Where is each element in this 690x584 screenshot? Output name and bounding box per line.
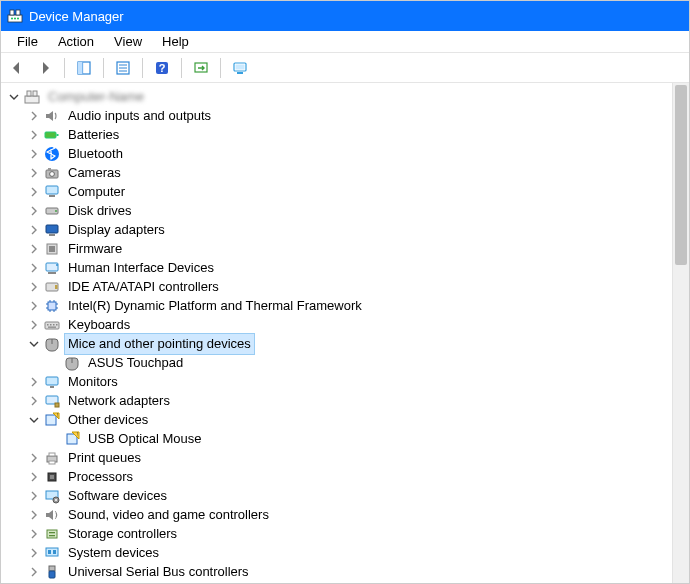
svg-rect-41: [48, 302, 56, 310]
display-icon: [43, 222, 61, 238]
tree-child[interactable]: ASUS Touchpad: [7, 353, 689, 372]
expand-icon[interactable]: [27, 565, 41, 579]
expand-icon[interactable]: [27, 527, 41, 541]
vertical-scrollbar[interactable]: [672, 83, 689, 583]
forward-button[interactable]: [33, 56, 57, 80]
tree-node[interactable]: System devices: [7, 543, 689, 562]
node-label: Intel(R) Dynamic Platform and Thermal Fr…: [65, 296, 365, 316]
expand-icon[interactable]: [27, 128, 41, 142]
menu-help[interactable]: Help: [152, 32, 199, 51]
toolbar: ?: [1, 53, 689, 83]
node-label: IDE ATA/ATAPI controllers: [65, 277, 222, 297]
menu-view[interactable]: View: [104, 32, 152, 51]
expand-icon[interactable]: [27, 470, 41, 484]
tree-node[interactable]: !Other devices: [7, 410, 689, 429]
node-label: Firmware: [65, 239, 125, 259]
tree-node[interactable]: Keyboards: [7, 315, 689, 334]
ide-icon: [43, 279, 61, 295]
tree-node[interactable]: IDE ATA/ATAPI controllers: [7, 277, 689, 296]
node-label: Storage controllers: [65, 524, 180, 544]
tree-root[interactable]: Computer-Name: [7, 87, 689, 106]
expand-icon[interactable]: [27, 394, 41, 408]
node-label: Disk drives: [65, 201, 135, 221]
tree-node[interactable]: Storage controllers: [7, 524, 689, 543]
expand-icon[interactable]: [27, 489, 41, 503]
svg-point-26: [50, 171, 55, 176]
tree-node[interactable]: Computer: [7, 182, 689, 201]
toolbar-separator: [220, 58, 221, 78]
collapse-icon[interactable]: [7, 90, 21, 104]
toolbar-separator: [181, 58, 182, 78]
svg-rect-58: [46, 377, 58, 385]
tree-node[interactable]: Monitors: [7, 372, 689, 391]
tree-child[interactable]: !USB Optical Mouse: [7, 429, 689, 448]
expand-icon[interactable]: [27, 166, 41, 180]
node-label: Processors: [65, 467, 136, 487]
tree-pane[interactable]: Computer-NameAudio inputs and outputsBat…: [1, 83, 689, 583]
tree-node[interactable]: Firmware: [7, 239, 689, 258]
tree-node[interactable]: Audio inputs and outputs: [7, 106, 689, 125]
expand-icon[interactable]: [27, 261, 41, 275]
expand-icon[interactable]: [27, 318, 41, 332]
svg-rect-52: [50, 324, 52, 326]
mouse-icon: [63, 355, 81, 371]
collapse-icon[interactable]: [27, 413, 41, 427]
tree-node[interactable]: Cameras: [7, 163, 689, 182]
scrollbar-thumb[interactable]: [675, 85, 687, 265]
add-device-button[interactable]: [228, 56, 252, 80]
app-icon: [7, 8, 23, 24]
scan-button[interactable]: [189, 56, 213, 80]
svg-rect-23: [57, 134, 59, 136]
menubar: File Action View Help: [1, 31, 689, 53]
expand-icon[interactable]: [27, 375, 41, 389]
tree-node[interactable]: Print queues: [7, 448, 689, 467]
svg-rect-76: [49, 535, 55, 536]
svg-text:!: !: [57, 412, 58, 418]
expand-icon[interactable]: [27, 223, 41, 237]
tree-node[interactable]: Sound, video and game controllers: [7, 505, 689, 524]
node-label: Computer: [65, 182, 128, 202]
expand-icon[interactable]: [27, 204, 41, 218]
node-label: Sound, video and game controllers: [65, 505, 272, 525]
properties-button[interactable]: [111, 56, 135, 80]
tree-node[interactable]: Display adapters: [7, 220, 689, 239]
expand-icon[interactable]: [27, 299, 41, 313]
node-label: Network adapters: [65, 391, 173, 411]
expand-icon[interactable]: [27, 185, 41, 199]
tree-node[interactable]: Bluetooth: [7, 144, 689, 163]
expand-icon[interactable]: [27, 109, 41, 123]
svg-point-38: [56, 264, 58, 266]
expand-icon[interactable]: [27, 451, 41, 465]
svg-rect-20: [27, 91, 31, 96]
expand-icon[interactable]: [27, 242, 41, 256]
expand-icon[interactable]: [27, 280, 41, 294]
tree-node[interactable]: Software devices: [7, 486, 689, 505]
menu-action[interactable]: Action: [48, 32, 104, 51]
expand-icon[interactable]: [27, 147, 41, 161]
root-icon: [23, 89, 41, 105]
cpu-icon: [43, 469, 61, 485]
tree-node[interactable]: Network adapters: [7, 391, 689, 410]
help-button[interactable]: ?: [150, 56, 174, 80]
svg-rect-80: [49, 566, 55, 571]
collapse-icon[interactable]: [27, 337, 41, 351]
back-button[interactable]: [5, 56, 29, 80]
tree-node[interactable]: Disk drives: [7, 201, 689, 220]
tree-node[interactable]: Human Interface Devices: [7, 258, 689, 277]
svg-rect-75: [49, 532, 55, 533]
tree-node[interactable]: Batteries: [7, 125, 689, 144]
titlebar[interactable]: Device Manager: [1, 1, 689, 31]
expand-icon[interactable]: [27, 508, 41, 522]
tree-node[interactable]: Processors: [7, 467, 689, 486]
svg-point-5: [17, 18, 19, 20]
node-label: Universal Serial Bus controllers: [65, 562, 252, 582]
camera-icon: [43, 165, 61, 181]
tree-node[interactable]: Intel(R) Dynamic Platform and Thermal Fr…: [7, 296, 689, 315]
svg-rect-53: [53, 324, 55, 326]
menu-file[interactable]: File: [7, 32, 48, 51]
show-hide-button[interactable]: [72, 56, 96, 80]
svg-rect-36: [46, 263, 58, 271]
tree-node[interactable]: Universal Serial Bus controllers: [7, 562, 689, 581]
tree-node[interactable]: Mice and other pointing devices: [7, 334, 689, 353]
expand-icon[interactable]: [27, 546, 41, 560]
